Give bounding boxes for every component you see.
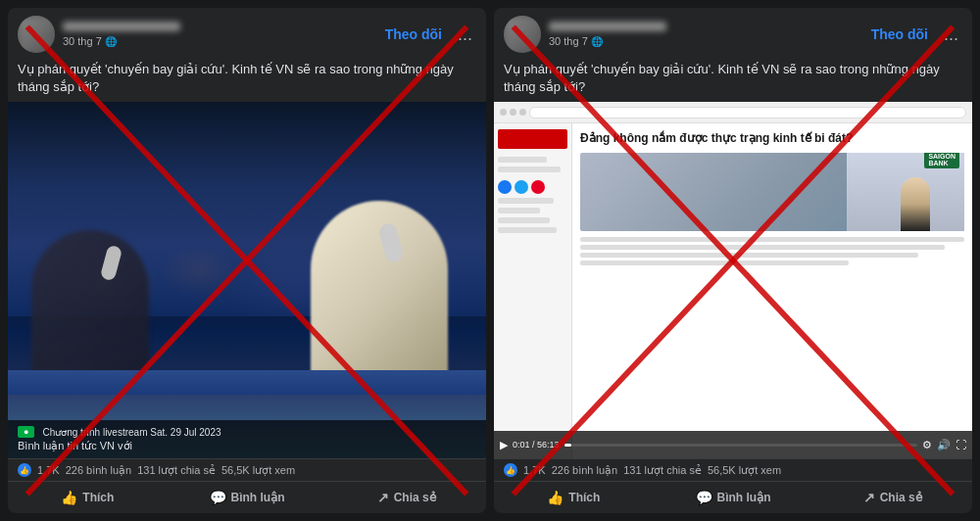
right-post-card: 30 thg 7 🌐 Theo dõi ... Vụ phán quyết 'c… xyxy=(494,8,972,513)
main-container: 30 thg 7 🌐 Theo dõi ... Vụ phán quyết 'c… xyxy=(0,0,980,521)
right-post-meta: 30 thg 7 🌐 xyxy=(549,22,859,47)
left-comments-count: 226 bình luận xyxy=(66,464,132,477)
right-browser-bar xyxy=(494,102,972,123)
right-post-actions: 👍 Thích 💬 Bình luận ↗ Chia sẻ xyxy=(494,481,972,513)
right-like-label: Thích xyxy=(568,491,600,504)
right-comment-icon: 💬 xyxy=(696,490,712,505)
right-post-date: 30 thg 7 🌐 xyxy=(549,35,859,47)
right-like-icon: 👍 xyxy=(504,463,517,477)
right-like-button[interactable]: 👍 Thích xyxy=(494,484,654,511)
left-comment-button[interactable]: 💬 Bình luận xyxy=(168,484,327,511)
left-post-card: 30 thg 7 🌐 Theo dõi ... Vụ phán quyết 'c… xyxy=(8,8,486,513)
left-username-blur xyxy=(63,22,180,31)
right-likes-count: 1,7K xyxy=(523,464,546,476)
right-avatar xyxy=(504,16,541,53)
left-post-stats: 👍 1,7K 226 bình luận 131 lượt chia sẻ 56… xyxy=(8,458,486,481)
pinterest-social-icon xyxy=(531,180,545,194)
left-like-label: Thích xyxy=(82,491,114,504)
right-comment-button[interactable]: 💬 Bình luận xyxy=(654,484,813,511)
left-shares-count: 131 lượt chia sẻ xyxy=(137,464,216,477)
right-like-icon-btn: 👍 xyxy=(547,490,564,505)
right-views-count: 56,5K lượt xem xyxy=(708,464,781,477)
right-post-image: Đảng không nắm được thực trạng kinh tế b… xyxy=(494,102,972,458)
left-post-meta: 30 thg 7 🌐 xyxy=(63,22,373,47)
twitter-social-icon xyxy=(514,180,528,194)
right-sidebar xyxy=(494,123,572,458)
right-share-button[interactable]: ↗ Chia sẻ xyxy=(812,484,972,511)
right-bank-sign: SAIGONBANK xyxy=(924,153,959,168)
left-live-text: Chương trình livestream Sat. 29 Jul 2023 xyxy=(42,427,220,438)
right-fullscreen-icon: ⛶ xyxy=(956,439,966,450)
facebook-social-icon xyxy=(498,180,512,194)
right-more-button[interactable]: ... xyxy=(940,24,962,45)
right-sidebar-logo xyxy=(498,129,567,149)
right-volume-icon: 🔊 xyxy=(937,439,951,451)
left-live-title: Bình luận tin tức VN với xyxy=(18,440,476,452)
right-share-label: Chia sẻ xyxy=(880,491,922,504)
right-settings-icon: ⚙ xyxy=(922,439,932,451)
left-live-badge: ● xyxy=(18,426,34,438)
left-like-button[interactable]: 👍 Thích xyxy=(8,484,168,511)
left-post-date: 30 thg 7 🌐 xyxy=(63,35,373,47)
right-article-title: Đảng không nắm được thực trạng kinh tế b… xyxy=(580,131,964,147)
left-post-image: ● Chương trình livestream Sat. 29 Jul 20… xyxy=(8,102,486,458)
left-comment-icon: 💬 xyxy=(210,490,226,505)
left-post-actions: 👍 Thích 💬 Bình luận ↗ Chia sẻ xyxy=(8,481,486,513)
right-globe-icon: 🌐 xyxy=(591,36,603,47)
right-post-stats: 👍 1,7K 226 bình luận 131 lượt chia sẻ 56… xyxy=(494,458,972,481)
right-webpage-content: Đảng không nắm được thực trạng kinh tế b… xyxy=(494,123,972,458)
left-share-icon: ↗ xyxy=(377,490,389,505)
right-comment-label: Bình luận xyxy=(717,491,771,504)
right-url-bar xyxy=(529,107,966,118)
right-post-text: Vụ phán quyết 'chuyến bay giải cứu'. Kin… xyxy=(494,57,972,102)
left-comment-label: Bình luận xyxy=(231,491,285,504)
right-article-image: SAIGONBANK xyxy=(580,153,964,231)
right-article-text-lines xyxy=(580,237,964,265)
right-person-bank xyxy=(901,177,930,231)
left-more-button[interactable]: ... xyxy=(454,24,476,45)
left-avatar xyxy=(18,16,55,53)
left-person-left xyxy=(31,230,149,387)
left-share-button[interactable]: ↗ Chia sẻ xyxy=(326,484,486,511)
left-post-header: 30 thg 7 🌐 Theo dõi ... xyxy=(8,8,486,57)
right-video-controls: ▶ 0:01 / 56:13 ⚙ 🔊 ⛶ xyxy=(494,431,972,458)
left-like-icon-btn: 👍 xyxy=(61,490,77,505)
right-follow-button[interactable]: Theo dõi xyxy=(867,26,932,42)
left-globe-icon: 🌐 xyxy=(105,36,117,47)
right-progress-bar xyxy=(564,444,917,447)
left-views-count: 56,5K lượt xem xyxy=(221,464,295,477)
right-video-time: 0:01 / 56:13 xyxy=(513,440,560,450)
left-likes-count: 1,7K xyxy=(37,464,60,476)
right-username-blur xyxy=(549,22,666,31)
right-share-icon: ↗ xyxy=(863,490,875,505)
left-date-text: 30 thg 7 xyxy=(63,35,102,47)
right-progress-fill xyxy=(564,444,571,447)
right-post-header: 30 thg 7 🌐 Theo dõi ... xyxy=(494,8,972,57)
right-webpage-main: Đảng không nắm được thực trạng kinh tế b… xyxy=(572,123,972,458)
right-play-icon: ▶ xyxy=(500,439,508,451)
left-post-text: Vụ phán quyết 'chuyến bay giải cứu'. Kin… xyxy=(8,57,486,102)
left-like-icon: 👍 xyxy=(18,463,31,477)
right-shares-count: 131 lượt chia sẻ xyxy=(623,464,702,477)
left-follow-button[interactable]: Theo dõi xyxy=(381,26,446,42)
right-comments-count: 226 bình luận xyxy=(552,464,618,477)
left-live-bar: ● Chương trình livestream Sat. 29 Jul 20… xyxy=(8,420,486,458)
left-share-label: Chia sẻ xyxy=(394,491,436,504)
right-date-text: 30 thg 7 xyxy=(549,35,588,47)
